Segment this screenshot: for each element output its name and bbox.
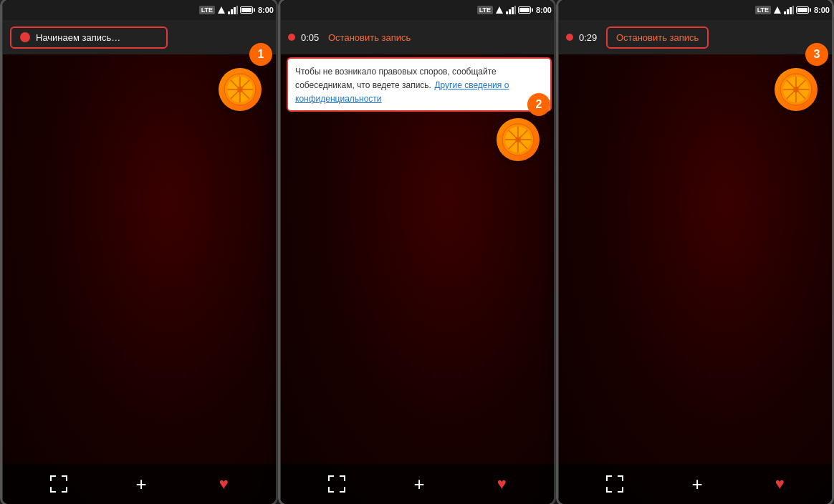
scan-corner-br-1 <box>62 487 67 493</box>
signal-icon-1 <box>217 6 226 14</box>
time-3: 8:00 <box>814 6 830 14</box>
orange-icon-3 <box>775 68 818 111</box>
signal-icon-3 <box>773 6 782 14</box>
lte-badge-2: LTE <box>477 6 493 14</box>
battery-icon-1 <box>240 6 253 14</box>
rec-label-1: Начинаем запись… <box>36 32 120 43</box>
step-badge-1: 1 <box>249 43 272 66</box>
screen-3: LTE 8:00 <box>558 0 834 504</box>
screen-1: LTE 8:00 <box>2 0 278 504</box>
plus-button-3[interactable]: + <box>683 470 711 498</box>
scan-icon-3 <box>606 475 623 493</box>
time-1: 8:00 <box>258 6 274 14</box>
orange-icon-2 <box>497 118 540 161</box>
main-content-3 <box>559 54 834 464</box>
screen-2: LTE 8:00 <box>280 0 556 504</box>
heart-button-1[interactable]: ♥ <box>209 470 238 498</box>
phone-screen-2: LTE 8:00 <box>278 0 556 504</box>
phone-screen-1: LTE 8:00 <box>0 0 278 504</box>
svg-rect-3 <box>234 7 236 14</box>
orange-icon-1 <box>219 68 262 111</box>
svg-rect-1 <box>228 11 230 14</box>
battery-icon-3 <box>796 6 809 14</box>
status-icons-2: LTE 8:00 <box>477 6 552 14</box>
orange-slice-svg-1 <box>222 72 258 107</box>
signal-bars-1 <box>228 6 238 14</box>
svg-rect-13 <box>506 11 508 14</box>
svg-marker-0 <box>218 6 225 14</box>
info-tooltip-2: Чтобы не возникало правовых споров, сооб… <box>287 57 552 112</box>
signal-icon-2 <box>495 6 504 14</box>
status-icons-1: LTE 8:00 <box>199 6 274 14</box>
heart-button-2[interactable]: ♥ <box>487 470 516 498</box>
svg-rect-27 <box>790 7 792 14</box>
top-bar-2: 0:05 Остановить запись <box>281 20 556 54</box>
lte-badge-3: LTE <box>755 6 771 14</box>
main-content-1 <box>3 54 278 464</box>
bottom-bar-2: + ♥ <box>281 464 556 504</box>
orange-slice-svg-2 <box>500 122 536 158</box>
svg-rect-15 <box>512 7 514 14</box>
top-bar-1: Начинаем запись… <box>3 20 278 54</box>
battery-fill-3 <box>797 8 807 12</box>
stop-button-2[interactable]: Остановить запись <box>328 32 411 43</box>
orange-slice-svg-3 <box>778 72 814 107</box>
scan-corner-tr-3 <box>618 475 623 481</box>
rec-timer-2: 0:05 <box>301 32 322 43</box>
scan-corner-tl-2 <box>328 475 334 481</box>
rec-timer-3: 0:29 <box>579 32 600 43</box>
svg-rect-2 <box>231 9 233 14</box>
scan-corner-tl-3 <box>606 475 612 481</box>
bottom-bar-3: + ♥ <box>559 464 834 504</box>
svg-marker-12 <box>496 6 503 14</box>
svg-rect-28 <box>792 6 794 14</box>
battery-fill-2 <box>519 8 529 12</box>
lte-badge-1: LTE <box>199 6 215 14</box>
screenshots-container: LTE 8:00 <box>0 0 834 504</box>
plus-button-1[interactable]: + <box>127 470 155 498</box>
signal-bars-2 <box>506 6 516 14</box>
svg-rect-4 <box>236 6 238 14</box>
top-bar-3: 0:29 Остановить запись <box>559 20 834 54</box>
stop-button-3[interactable]: Остановить запись <box>606 26 709 49</box>
bottom-bar-1: + ♥ <box>3 464 278 504</box>
battery-fill-1 <box>241 8 251 12</box>
svg-rect-26 <box>787 9 789 14</box>
battery-icon-2 <box>518 6 531 14</box>
plus-button-2[interactable]: + <box>405 470 433 498</box>
scan-corner-bl-1 <box>50 487 56 493</box>
svg-rect-25 <box>784 11 786 14</box>
time-2: 8:00 <box>536 6 552 14</box>
main-content-2 <box>281 115 556 464</box>
scan-button-2[interactable] <box>322 470 351 498</box>
rec-dot-3 <box>566 34 573 41</box>
scan-button-3[interactable] <box>600 470 629 498</box>
rec-dot-2 <box>288 34 295 41</box>
signal-bars-3 <box>784 6 794 14</box>
scan-icon-1 <box>50 475 67 493</box>
step-badge-3: 3 <box>805 43 828 66</box>
scan-corner-bl-2 <box>328 487 334 493</box>
scan-corner-br-2 <box>340 487 345 493</box>
step-badge-2: 2 <box>527 93 550 116</box>
status-bar-2: LTE 8:00 <box>281 0 556 20</box>
svg-marker-24 <box>774 6 781 14</box>
rec-dot-1 <box>20 32 30 42</box>
scan-icon-2 <box>328 475 345 493</box>
scan-corner-tr-2 <box>340 475 345 481</box>
scan-button-1[interactable] <box>44 470 73 498</box>
status-bar-3: LTE 8:00 <box>559 0 834 20</box>
scan-corner-tl-1 <box>50 475 56 481</box>
svg-rect-16 <box>514 6 516 14</box>
status-bar-1: LTE 8:00 <box>3 0 278 20</box>
scan-corner-bl-3 <box>606 487 612 493</box>
start-recording-button-1[interactable]: Начинаем запись… <box>10 26 168 49</box>
scan-corner-br-3 <box>618 487 623 493</box>
status-icons-3: LTE 8:00 <box>755 6 830 14</box>
phone-screen-3: LTE 8:00 <box>556 0 834 504</box>
heart-button-3[interactable]: ♥ <box>765 470 794 498</box>
scan-corner-tr-1 <box>62 475 67 481</box>
svg-rect-14 <box>509 9 511 14</box>
